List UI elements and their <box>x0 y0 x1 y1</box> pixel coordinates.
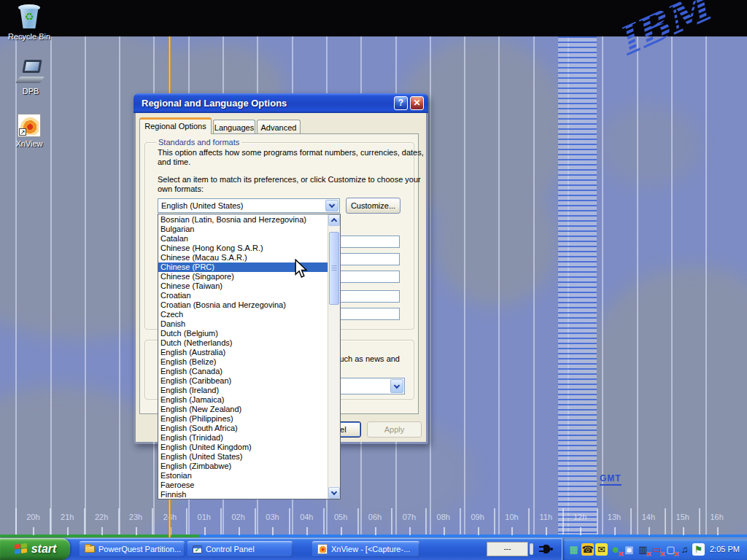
list-scrollbar[interactable] <box>328 214 340 499</box>
toolbar-handle[interactable] <box>530 543 533 555</box>
language-list-item[interactable]: Bulgarian <box>158 225 328 234</box>
taskbar-clock: 2:05 PM <box>710 545 740 553</box>
hour-label: 21h <box>51 513 84 521</box>
format-combobox[interactable]: English (United States) <box>158 198 340 213</box>
recycle-arrows-icon: ♻ <box>18 10 41 23</box>
network-places-icon-glyph: ▣ <box>624 544 633 555</box>
scrollbar-track[interactable] <box>328 226 340 487</box>
mouse-cursor <box>295 259 308 279</box>
language-list-item[interactable]: English (Canada) <box>158 367 328 376</box>
desktop-icon-recycle-bin[interactable]: ♻ Recycle Bin <box>1 4 57 41</box>
location-description-fragment: uch as news and <box>339 354 400 363</box>
hour-label: 23h <box>120 513 152 521</box>
hour-tick <box>341 527 342 535</box>
language-list-item[interactable]: Croatian (Bosnia and Herzegovina) <box>158 300 328 310</box>
language-list-item[interactable]: English (Australia) <box>158 348 328 357</box>
scrollbar-thumb[interactable] <box>329 232 339 305</box>
close-button[interactable]: ✕ <box>410 96 424 110</box>
apply-button[interactable]: Apply <box>367 421 422 438</box>
language-list-item[interactable]: English (Ireland) <box>158 386 328 395</box>
language-list-item[interactable]: Dutch (Netherlands) <box>158 338 328 348</box>
tab-advanced[interactable]: Advanced <box>257 120 301 134</box>
scrollbar-up-button[interactable] <box>328 214 340 226</box>
user-status-offline-icon[interactable]: ☻✕ <box>609 543 622 556</box>
capture-status-icon-glyph: ⚑ <box>694 544 703 555</box>
mail-alert-icon[interactable]: ✉ <box>595 543 608 556</box>
hour-label: 13h <box>598 513 631 521</box>
language-list-item[interactable]: English (Zimbabwe) <box>158 462 328 471</box>
language-list-item[interactable]: English (New Zealand) <box>158 405 328 414</box>
language-list-item[interactable]: Chinese (Taiwan) <box>158 281 328 291</box>
language-list-item[interactable]: Faeroese <box>158 481 328 490</box>
formats-instruction-text: Select an item to match its preferences,… <box>158 175 427 194</box>
hour-label: 08h <box>427 513 460 521</box>
language-list-item[interactable]: Dutch (Belgium) <box>158 329 328 338</box>
desktop-icon-dpb[interactable]: DPB <box>3 60 58 96</box>
language-list-item[interactable]: Czech <box>158 310 328 319</box>
tab-languages[interactable]: Languages <box>213 120 255 134</box>
card-reader-icon[interactable]: ▦ <box>568 543 580 556</box>
hour-tick <box>444 527 445 535</box>
volume-icon[interactable]: ♫ <box>678 543 691 556</box>
hour-label: 12h <box>564 513 597 521</box>
phone-agent-icon[interactable]: ☎ <box>581 543 594 556</box>
tab-regional-options[interactable]: Regional Options <box>139 117 212 134</box>
hour-label: 05h <box>325 513 357 521</box>
xnview-icon: ↗ <box>18 114 41 137</box>
help-button[interactable]: ? <box>394 96 408 110</box>
language-list-item[interactable]: English (United Kingdom) <box>158 443 328 452</box>
language-list-item[interactable]: Finnish <box>158 490 328 499</box>
hour-tick <box>375 527 376 535</box>
timezone-cell: 13h <box>597 508 631 534</box>
language-list-item[interactable]: Bosnian (Latin, Bosnia and Herzegovina) <box>158 215 328 225</box>
language-list-item[interactable]: Chinese (Hong Kong S.A.R.) <box>158 244 328 253</box>
hour-label: 11h <box>530 513 562 521</box>
language-list-item[interactable]: English (Trinidad) <box>158 433 328 443</box>
desktop-icon-xnview[interactable]: ↗ XnView <box>1 114 57 148</box>
card-reader-icon-glyph: ▦ <box>569 544 578 555</box>
language-list-item[interactable]: English (Philippines) <box>158 414 328 424</box>
ac-power-plug-icon[interactable] <box>539 544 554 554</box>
hour-label: 14h <box>632 513 665 521</box>
language-list-item[interactable]: Catalan <box>158 234 328 244</box>
language-list-item[interactable]: Danish <box>158 319 328 329</box>
hour-label: 10h <box>495 513 528 521</box>
language-list-item[interactable]: English (Caribbean) <box>158 376 328 386</box>
chevron-down-icon <box>329 202 335 208</box>
taskbar-button-xnview[interactable]: XnView - [<Capture-... <box>312 541 419 557</box>
language-list-item[interactable]: English (United States) <box>158 452 328 462</box>
language-list-item[interactable]: Estonian <box>158 471 328 481</box>
taskbar-button-label: PowerQuest Partition... <box>98 545 181 553</box>
timezone-cell: 12h <box>562 508 597 534</box>
start-button[interactable]: start <box>0 538 70 560</box>
system-tray: ▦☎✉☻✕▣▥✕▭✕▢✕♫⚑2:05 PM <box>562 538 747 560</box>
capture-status-icon[interactable]: ⚑ <box>692 543 705 556</box>
gmt-meridian-band <box>558 36 597 536</box>
chevron-down-icon <box>394 382 400 388</box>
remote-display-offline-icon[interactable]: ▢✕ <box>665 543 677 556</box>
hour-tick <box>511 527 513 535</box>
desktop-icon-label: Recycle Bin <box>1 32 57 41</box>
combobox-dropdown-button[interactable] <box>325 200 338 211</box>
language-list-item[interactable]: English (South Africa) <box>158 424 328 433</box>
svg-text:IBM: IBM <box>611 0 722 55</box>
combobox-dropdown-button[interactable] <box>390 379 403 393</box>
xnview-app-icon <box>317 544 328 554</box>
customize-button[interactable]: Customize... <box>346 198 400 214</box>
signal-disconnected-icon[interactable]: ▥✕ <box>637 543 649 556</box>
taskbar-button-control-panel[interactable]: Control Panel <box>187 541 293 557</box>
hour-tick <box>580 527 581 535</box>
language-list-item[interactable]: English (Belize) <box>158 357 328 367</box>
taskbar-button-powerquest[interactable]: PowerQuest Partition... <box>80 541 185 557</box>
hour-label: 15h <box>666 513 699 521</box>
format-combobox-value: English (United States) <box>158 201 325 210</box>
language-list-item[interactable]: Croatian <box>158 291 328 300</box>
hour-tick <box>409 527 411 535</box>
window-titlebar[interactable]: Regional and Language Options ? ✕ <box>133 93 428 113</box>
hour-label: 20h <box>17 513 50 521</box>
language-list-item[interactable]: English (Jamaica) <box>158 395 328 405</box>
scrollbar-down-button[interactable] <box>328 487 340 499</box>
network-places-icon[interactable]: ▣ <box>623 543 635 556</box>
timezone-cell: 16h <box>699 508 733 534</box>
device-error-icon[interactable]: ▭✕ <box>651 543 663 556</box>
